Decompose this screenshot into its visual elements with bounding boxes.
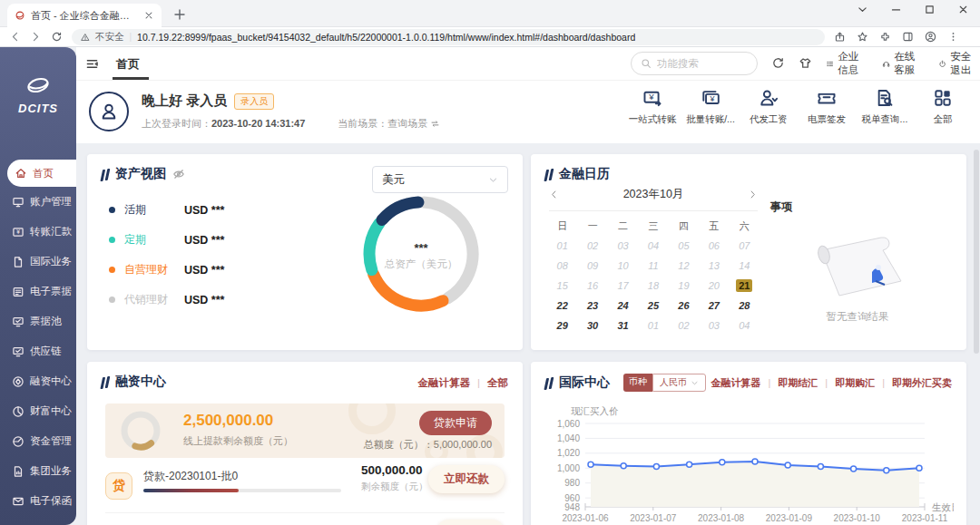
calendar-day[interactable]: 23 bbox=[577, 297, 607, 313]
calendar-day[interactable]: 16 bbox=[577, 277, 607, 293]
back-icon[interactable] bbox=[9, 31, 21, 43]
quick-action[interactable]: 税单查询... bbox=[858, 88, 911, 126]
calendar-day[interactable]: 07 bbox=[730, 238, 760, 253]
calendar-day[interactable]: 03 bbox=[699, 317, 729, 333]
calendar-day[interactable]: 04 bbox=[638, 238, 668, 253]
intl-link[interactable]: 即期购汇 bbox=[818, 376, 875, 390]
calendar-day[interactable]: 10 bbox=[608, 258, 638, 273]
refresh-icon[interactable] bbox=[771, 56, 785, 70]
window-maximize-button[interactable] bbox=[924, 4, 936, 15]
sidebar-item[interactable]: 财富中心 bbox=[0, 396, 76, 426]
intl-link[interactable]: 金融计算器 bbox=[710, 376, 760, 390]
calendar-day[interactable]: 25 bbox=[638, 297, 668, 313]
calendar-day[interactable]: 30 bbox=[577, 317, 607, 333]
calendar-day[interactable]: 04 bbox=[730, 317, 760, 333]
svg-text:¥: ¥ bbox=[709, 94, 714, 103]
currency-select[interactable]: 美元 bbox=[372, 166, 508, 193]
calendar-day[interactable]: 11 bbox=[638, 258, 668, 273]
quick-action[interactable]: ¥ 一站式转账 bbox=[626, 88, 679, 126]
financing-link[interactable]: 全部 bbox=[470, 376, 508, 390]
sidebar-item[interactable]: 供应链 bbox=[0, 336, 76, 366]
calendar-day[interactable]: 20 bbox=[699, 277, 729, 293]
sidebar-item[interactable]: 账户管理 bbox=[0, 187, 76, 217]
window-minimize-button[interactable] bbox=[890, 4, 902, 15]
header-link-icon bbox=[826, 58, 834, 70]
quick-action[interactable]: 全部 bbox=[916, 88, 969, 126]
header-link[interactable]: 在线客服 bbox=[882, 50, 924, 77]
calendar-day[interactable]: 21 bbox=[730, 277, 760, 293]
calendar-day[interactable]: 29 bbox=[547, 317, 577, 333]
calendar-day[interactable]: 12 bbox=[669, 258, 699, 273]
calendar-day[interactable]: 19 bbox=[669, 277, 699, 293]
forward-icon[interactable] bbox=[30, 31, 42, 43]
calendar-day[interactable]: 24 bbox=[608, 297, 638, 313]
next-row-button-partial[interactable] bbox=[436, 520, 505, 525]
menu-fold-icon[interactable] bbox=[85, 57, 99, 71]
address-bar[interactable]: 不安全 | 10.7.19.22:8999/fpaas_bucket/94154… bbox=[72, 29, 825, 45]
header-link[interactable]: 安全退出 bbox=[938, 50, 980, 77]
calendar-day[interactable]: 05 bbox=[669, 238, 699, 253]
intl-link[interactable]: 即期结汇 bbox=[760, 376, 818, 390]
sidebar-item[interactable]: 票据池 bbox=[0, 306, 76, 336]
legend-value: USD *** bbox=[184, 264, 224, 277]
quick-action[interactable]: 电票签发 bbox=[800, 88, 853, 126]
calendar-day[interactable]: 26 bbox=[669, 297, 699, 313]
calendar-day[interactable]: 15 bbox=[547, 277, 577, 293]
sidebar-item[interactable]: 首页 bbox=[7, 160, 76, 187]
calendar-day[interactable]: 14 bbox=[730, 258, 760, 273]
function-search[interactable] bbox=[631, 52, 758, 75]
content-scrollbar[interactable] bbox=[974, 150, 979, 354]
intl-link[interactable]: 即期外汇买卖 bbox=[875, 376, 952, 390]
bookmark-star-icon[interactable] bbox=[857, 31, 868, 43]
browser-menu-icon[interactable] bbox=[947, 31, 959, 43]
header-link[interactable]: 企业信息 bbox=[826, 50, 867, 77]
sidebar-item[interactable]: 集团业务 bbox=[0, 456, 76, 486]
calendar-day[interactable]: 18 bbox=[638, 277, 668, 293]
window-chevron-icon[interactable] bbox=[857, 4, 868, 15]
financing-link[interactable]: 金融计算器 bbox=[418, 376, 471, 390]
side-panel-icon[interactable] bbox=[902, 31, 914, 43]
profile-avatar-icon[interactable] bbox=[925, 31, 936, 43]
extensions-icon[interactable] bbox=[879, 31, 891, 43]
sidebar-item[interactable]: 电子票据 bbox=[0, 277, 76, 306]
quick-action[interactable]: 代发工资 bbox=[742, 88, 795, 126]
reload-icon[interactable] bbox=[51, 31, 63, 43]
sidebar-item[interactable]: 融资中心 bbox=[0, 366, 76, 396]
currency-kind-select[interactable]: 币种 人民币 bbox=[623, 374, 706, 392]
calendar-day[interactable]: 08 bbox=[547, 258, 577, 273]
theme-skin-icon[interactable] bbox=[799, 56, 812, 70]
calendar-day[interactable]: 03 bbox=[608, 238, 638, 253]
prev-month-icon[interactable] bbox=[549, 190, 559, 199]
calendar-day[interactable]: 17 bbox=[608, 277, 638, 293]
next-month-icon[interactable] bbox=[748, 190, 758, 199]
new-tab-button[interactable] bbox=[172, 7, 187, 22]
calendar-day[interactable]: 22 bbox=[547, 297, 577, 313]
calendar-day[interactable]: 28 bbox=[730, 297, 760, 313]
sidebar-item[interactable]: 国际业务 bbox=[0, 247, 76, 277]
browser-tab[interactable]: 首页 - 企业综合金融服务平台 bbox=[7, 4, 162, 27]
calendar-day[interactable]: 06 bbox=[699, 238, 729, 253]
switch-scene-icon[interactable] bbox=[430, 119, 440, 129]
header-tab-home[interactable]: 首页 bbox=[116, 56, 140, 73]
calendar-day[interactable]: 27 bbox=[699, 297, 729, 313]
loan-apply-button[interactable]: 贷款申请 bbox=[419, 411, 492, 435]
calendar-day[interactable]: 09 bbox=[577, 258, 607, 273]
share-icon[interactable] bbox=[834, 31, 846, 43]
calendar-day[interactable]: 01 bbox=[638, 317, 668, 333]
window-close-button[interactable] bbox=[957, 4, 969, 15]
search-input[interactable] bbox=[657, 58, 739, 69]
quick-action-label: 税单查询... bbox=[862, 113, 908, 126]
calendar-day[interactable]: 02 bbox=[669, 317, 699, 333]
eye-off-icon[interactable] bbox=[172, 168, 185, 180]
sidebar-item[interactable]: 资金管理 bbox=[0, 426, 76, 456]
sidebar-item[interactable]: ¥ 转账汇款 bbox=[0, 217, 76, 247]
remaining-credit-amount: 2,500,000.00 bbox=[183, 412, 273, 430]
calendar-day[interactable]: 31 bbox=[608, 317, 638, 333]
calendar-day[interactable]: 01 bbox=[547, 238, 577, 253]
repay-now-button[interactable]: 立即还款 bbox=[428, 465, 505, 493]
sidebar-item[interactable]: 电子保函 bbox=[0, 486, 76, 516]
tab-close-icon[interactable] bbox=[143, 10, 154, 21]
calendar-day[interactable]: 13 bbox=[699, 258, 729, 273]
quick-action[interactable]: ¥ 批量转账/... bbox=[684, 88, 737, 126]
calendar-day[interactable]: 02 bbox=[577, 238, 607, 253]
